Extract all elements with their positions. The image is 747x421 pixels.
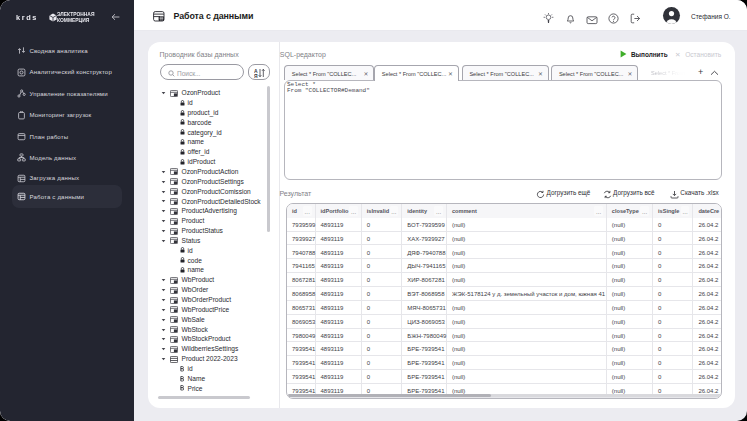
svg-text:Я: Я xyxy=(254,73,258,78)
